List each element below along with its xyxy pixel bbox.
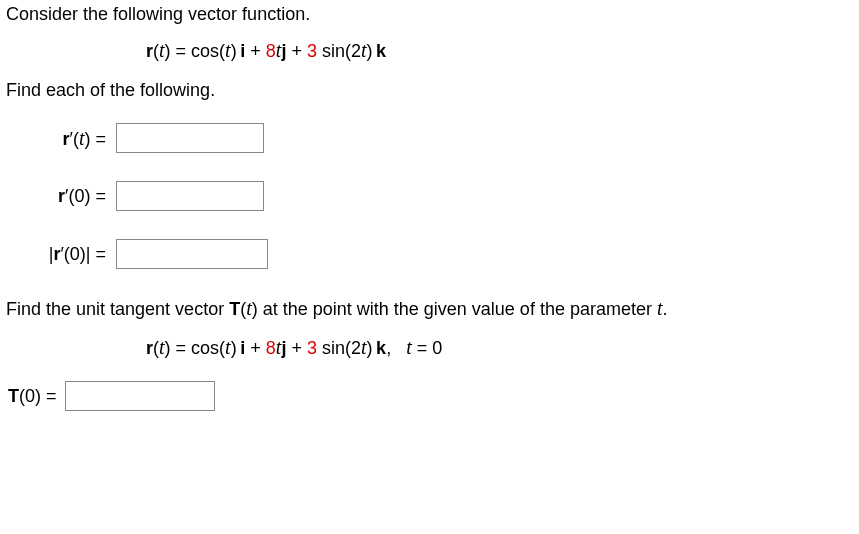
equals: = xyxy=(90,186,106,206)
zero: 0 xyxy=(70,244,80,264)
zero: 0 xyxy=(74,186,84,206)
coef-8: 8 xyxy=(266,41,276,61)
formula-text: ) = cos( xyxy=(165,338,226,358)
close-paren: ) xyxy=(231,338,237,358)
close-paren: ) xyxy=(367,338,373,358)
label-r-prime-0: r′(0) = xyxy=(18,186,106,207)
equals: = xyxy=(90,244,106,264)
problem-intro: Consider the following vector function. xyxy=(6,4,853,25)
close-paren: ) xyxy=(231,41,237,61)
answer-input-rprime-0[interactable] xyxy=(116,181,264,211)
r-symbol: r xyxy=(63,129,70,149)
vector-function-formula: r(t) = cos(t) i + 8tj + 3 sin(2t) k xyxy=(6,39,853,62)
equals-zero: = 0 xyxy=(412,338,443,358)
plus: + xyxy=(286,41,307,61)
answer-input-mag-rprime-0[interactable] xyxy=(116,239,268,269)
r-symbol: r xyxy=(146,41,153,61)
coef-8: 8 xyxy=(266,338,276,358)
coef-3: 3 xyxy=(307,338,317,358)
text: at the point with the given value of the… xyxy=(258,299,657,319)
label-mag-r-prime-0: |r′(0)| = xyxy=(18,244,106,265)
text: Find the unit tangent vector xyxy=(6,299,229,319)
unit-k: k xyxy=(376,338,386,358)
vector-function-formula-with-t0: r(t) = cos(t) i + 8tj + 3 sin(2t) k, t =… xyxy=(6,336,853,359)
answer-input-rprime-t[interactable] xyxy=(116,123,264,153)
row-r-prime-0: r′(0) = xyxy=(18,181,853,211)
label-r-prime-t: r′(t) = xyxy=(18,127,106,150)
row-r-prime-t: r′(t) = xyxy=(18,123,853,153)
plus: + xyxy=(286,338,307,358)
formula-text: ) = cos( xyxy=(165,41,226,61)
sin-text: sin(2 xyxy=(317,338,361,358)
sin-text: sin(2 xyxy=(317,41,361,61)
paren-zero-eq: (0) = xyxy=(19,386,57,406)
label-T-0: T(0) = xyxy=(8,386,57,407)
unit-k: k xyxy=(376,41,386,61)
coef-3: 3 xyxy=(307,41,317,61)
row-T-0: T(0) = xyxy=(8,381,853,411)
row-mag-r-prime-0: |r′(0)| = xyxy=(18,239,853,269)
T-symbol: T xyxy=(229,299,240,319)
close-paren: ) xyxy=(367,41,373,61)
r-symbol: r xyxy=(146,338,153,358)
unit-tangent-instruction: Find the unit tangent vector T(t) at the… xyxy=(6,297,853,320)
period: . xyxy=(663,299,668,319)
equals: = xyxy=(90,129,106,149)
plus: + xyxy=(245,41,266,61)
sub-instruction: Find each of the following. xyxy=(6,80,853,101)
answer-input-T-0[interactable] xyxy=(65,381,215,411)
T-symbol: T xyxy=(8,386,19,406)
comma: , xyxy=(386,338,396,358)
plus: + xyxy=(245,338,266,358)
